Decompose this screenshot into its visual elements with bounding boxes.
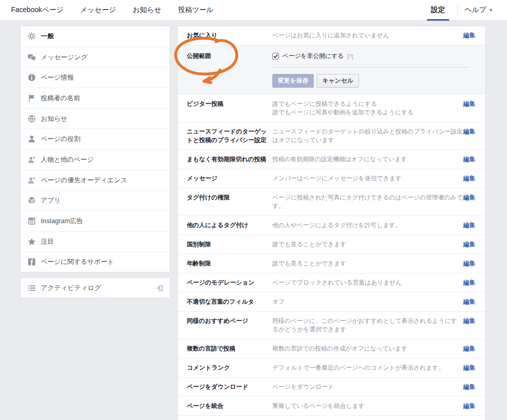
edit-link[interactable]: 編集	[463, 221, 475, 230]
setting-value: メンバーはページにメッセージを送信できます	[272, 174, 402, 183]
edit-link[interactable]: 編集	[463, 259, 475, 268]
sidebar-item-label: Instagram広告	[41, 217, 83, 226]
settings-row-country-restrictions: 国別制限 誰でも見ることができます 編集	[178, 235, 485, 254]
setting-label: ページをダウンロード	[187, 383, 272, 391]
edit-link[interactable]: 編集	[463, 383, 475, 391]
setting-label: 不適切な言葉のフィルタ	[187, 298, 272, 306]
sidebar-item-page-info[interactable]: ページ情報	[21, 67, 170, 88]
sidebar-item-label: 人物と他のページ	[41, 155, 94, 164]
setting-label: メッセージ	[187, 174, 272, 183]
sidebar-item-label: ページの優先オーディエンス	[41, 176, 127, 185]
sidebar-item-post-attribution[interactable]: 投稿者の名前	[21, 88, 170, 108]
edit-link[interactable]: 編集	[463, 402, 475, 410]
settings-row-profanity-filter: 不適切な言葉のフィルタ オフ 編集	[178, 293, 485, 312]
sidebar-item-label: ページに関するサポート	[41, 257, 114, 266]
visibility-editor: ページを非公開にする [?] 変更を保存 キャンセル	[272, 52, 475, 88]
flag-icon	[27, 94, 36, 102]
sidebar-item-instagram-ads[interactable]: Instagram広告	[21, 211, 170, 231]
top-nav: Facebookページ メッセージ お知らせ 投稿ツール 設定 ヘルプ ▼	[0, 0, 507, 21]
unpublish-page-checkbox-label[interactable]: ページを非公開にする	[282, 52, 344, 60]
settings-row-expiring-posts: まもなく有効期限切れの投稿 投稿の有効期限の設定機能はオフになっています 編集	[178, 150, 485, 169]
nav-item-messages[interactable]: メッセージ	[80, 6, 116, 15]
edit-link[interactable]: 編集	[463, 278, 475, 287]
cube-icon	[27, 196, 36, 205]
edit-link[interactable]: 編集	[463, 317, 475, 325]
setting-label: 公開範囲	[187, 52, 272, 60]
nav-item-publishing-tools[interactable]: 投稿ツール	[178, 6, 213, 15]
settings-row-others-tagging: 他の人によるタグ付け 他の人やページによるタグ付けを許可します。 編集	[178, 216, 485, 235]
setting-label: まもなく有効期限切れの投稿	[187, 155, 272, 164]
settings-sidebar: 一般 メッセージング ページ情報 投稿者の名前 お知らせ ページの役割 人物	[20, 26, 170, 272]
sidebar-item-label: 一般	[41, 32, 54, 41]
tab-settings[interactable]: 設定	[427, 0, 449, 20]
settings-row-favorites: お気に入り ページはお気に入りに追加されていません 編集	[178, 26, 485, 45]
help-hint[interactable]: [?]	[347, 53, 353, 59]
setting-label: ページのモデレーション	[187, 278, 272, 287]
top-nav-tabs: Facebookページ メッセージ お知らせ 投稿ツール	[11, 6, 213, 15]
edit-link[interactable]: 編集	[463, 344, 475, 353]
setting-value: 誰でも見ることができます	[272, 259, 346, 268]
star-icon	[27, 237, 36, 246]
person-icon	[27, 135, 36, 144]
edit-link[interactable]: 編集	[463, 155, 475, 164]
edit-link[interactable]: 編集	[463, 364, 475, 372]
sidebar-item-messaging[interactable]: メッセージング	[21, 47, 170, 67]
list-icon	[27, 284, 36, 292]
setting-value: ページはお気に入りに追加されていません	[272, 31, 389, 40]
unpublish-page-checkbox[interactable]	[272, 53, 279, 59]
info-circle-icon	[27, 74, 36, 82]
sidebar-item-people-other-pages[interactable]: 人物と他のページ	[21, 149, 170, 170]
chevron-down-icon: ▼	[489, 8, 493, 13]
sidebar-item-general[interactable]: 一般	[21, 26, 170, 47]
setting-value: ニュースフィードのターゲットの絞り込みと投稿のプライバシー設定はオフになっていま…	[272, 127, 463, 145]
sidebar-item-label: アプリ	[41, 196, 61, 205]
edit-link[interactable]: 編集	[463, 100, 475, 108]
setting-label: 複数の言語で投稿	[187, 344, 272, 353]
activity-log-label: アクティビティログ	[41, 284, 101, 293]
sidebar-item-apps[interactable]: アプリ	[21, 190, 170, 211]
sidebar-item-label: ページの役割	[41, 134, 81, 144]
person-star-icon	[27, 176, 36, 184]
settings-row-merge-pages: ページを統合 重複しているページを統合します 編集	[178, 397, 485, 416]
nav-item-facebook-page[interactable]: Facebookページ	[11, 6, 63, 15]
setting-value: 重複しているページを統合します	[272, 402, 365, 410]
settings-row-page-moderation: ページのモデレーション ページでブロックされている言葉はありません 編集	[178, 273, 485, 293]
sidebar-item-page-support[interactable]: ページに関するサポート	[21, 252, 170, 272]
edit-link[interactable]: 編集	[463, 127, 475, 136]
external-link-icon	[155, 284, 164, 292]
sidebar-item-label: メッセージング	[41, 53, 88, 62]
settings-row-age-restrictions: 年齢制限 誰でも見ることができます 編集	[178, 254, 485, 273]
edit-link[interactable]: 編集	[463, 174, 475, 183]
settings-row-newsfeed-audience: ニュースフィードのターゲットと投稿のプライバシー設定 ニュースフィードのターゲッ…	[178, 122, 485, 150]
sidebar-item-featured[interactable]: 注目	[21, 231, 170, 252]
settings-row-comment-ranking: コメントランク デフォルトで一番最近のページへのコメントが表示されます。 編集	[178, 359, 485, 378]
setting-label: 国別制限	[187, 240, 272, 249]
tab-help[interactable]: ヘルプ ▼	[465, 6, 493, 15]
sidebar-item-label: ページ情報	[41, 73, 74, 82]
general-settings-panel: お気に入り ページはお気に入りに追加されていません 編集 公開範囲 ページを非公…	[177, 26, 486, 420]
nav-item-notifications[interactable]: お知らせ	[132, 6, 161, 15]
person-star-icon	[27, 155, 36, 164]
edit-link[interactable]: 編集	[463, 193, 475, 202]
cancel-button[interactable]: キャンセル	[317, 74, 358, 88]
edit-link[interactable]: 編集	[463, 298, 475, 306]
setting-value: 誰でもページに投稿できるようにする 誰でもページに写真や動画を追加できるようにす…	[272, 100, 413, 117]
divider	[272, 67, 469, 67]
edit-link[interactable]: 編集	[463, 240, 475, 249]
gear-icon	[27, 32, 36, 41]
save-changes-button[interactable]: 変更を保存	[272, 74, 314, 88]
setting-label: 年齢制限	[187, 259, 272, 268]
chat-bubbles-icon	[27, 53, 36, 61]
setting-value: 投稿の有効期限の設定機能はオフになっています	[272, 155, 407, 164]
sidebar-item-preferred-audience[interactable]: ページの優先オーディエンス	[21, 170, 170, 190]
activity-log-card[interactable]: アクティビティログ	[20, 277, 170, 298]
setting-label: 同様のおすすめページ	[187, 317, 272, 325]
edit-link[interactable]: 編集	[463, 31, 475, 40]
sidebar-item-page-roles[interactable]: ページの役割	[21, 128, 170, 149]
sidebar-item-notifications[interactable]: お知らせ	[21, 108, 170, 129]
settings-row-similar-page-suggestions: 同様のおすすめページ 同様のページに、このページがおすすめとして表示されるように…	[178, 312, 485, 339]
setting-value: デフォルトで一番最近のページへのコメントが表示されます。	[272, 364, 445, 372]
settings-row-download-page: ページをダウンロード ページをダウンロード 編集	[178, 378, 485, 397]
setting-value: ページでブロックされている言葉はありません	[272, 278, 402, 287]
sidebar-item-label: 投稿者の名前	[41, 94, 80, 103]
